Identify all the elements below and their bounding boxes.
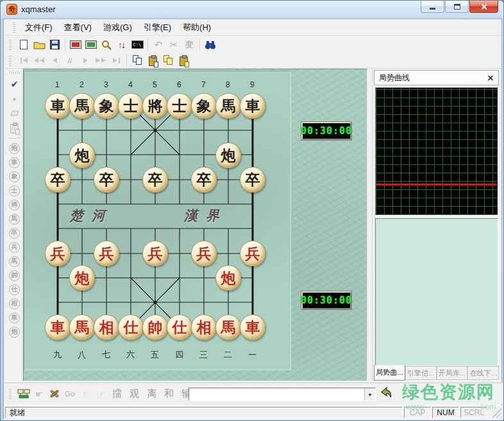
piece-士-file6-rank0[interactable]: 士 xyxy=(167,93,192,119)
piece-兵-file1-rank6[interactable]: 兵 xyxy=(45,241,71,266)
menu-help[interactable]: 帮助(H) xyxy=(177,20,217,35)
eraser-button[interactable] xyxy=(8,106,22,121)
piece-相-file3-rank9[interactable]: 相 xyxy=(94,314,119,340)
palette-piece-red-帥[interactable]: 帥 xyxy=(8,268,21,282)
game-label-1[interactable]: 观 xyxy=(130,388,139,400)
palette-piece-red-仕[interactable]: 仕 xyxy=(8,282,21,296)
tab-opening-book[interactable]: 开局库... xyxy=(437,366,468,380)
hand-right-button[interactable]: ☞ xyxy=(93,387,108,401)
palette-piece-black-將[interactable]: 將 xyxy=(8,198,21,212)
nav-first-button[interactable] xyxy=(16,53,31,67)
zoom-button[interactable] xyxy=(99,38,114,52)
hand-button[interactable]: ☛ xyxy=(31,387,47,401)
piece-炮-file8-rank2[interactable]: 炮 xyxy=(215,142,241,168)
nav-last-button[interactable] xyxy=(108,53,124,67)
toolbar-grip[interactable] xyxy=(9,55,12,66)
board-view-green-button[interactable] xyxy=(83,38,99,52)
mark-dot-button[interactable]: ● xyxy=(8,91,22,106)
piece-車-file9-rank9[interactable]: 車 xyxy=(240,314,265,340)
piece-兵-file9-rank6[interactable]: 兵 xyxy=(240,241,265,266)
copy-moves-button[interactable] xyxy=(160,53,176,67)
change-side-button[interactable]: 变 xyxy=(181,38,197,52)
piece-兵-file3-rank6[interactable]: 兵 xyxy=(94,241,119,266)
move-list-combobox[interactable]: ▾ xyxy=(189,388,376,401)
tab-situation-curve[interactable]: 局势曲... xyxy=(374,365,405,381)
palette-piece-black-車[interactable]: 車 xyxy=(8,155,21,169)
piece-仕-file4-rank9[interactable]: 仕 xyxy=(118,314,144,340)
piece-帥-file5-rank9[interactable]: 帥 xyxy=(142,314,168,340)
engine-console-button[interactable]: C:\ xyxy=(130,38,145,52)
tab-engine-info[interactable]: 引擎信... xyxy=(405,366,437,380)
cut-button[interactable]: ✂ xyxy=(166,38,181,52)
title-bar[interactable]: 奇 xqmaster xyxy=(1,1,503,19)
piece-象-file3-rank0[interactable]: 象 xyxy=(94,93,119,119)
piece-相-file7-rank9[interactable]: 相 xyxy=(191,314,217,340)
board-view-red-button[interactable] xyxy=(68,38,83,52)
piece-仕-file6-rank9[interactable]: 仕 xyxy=(167,314,192,340)
palette-piece-red-相[interactable]: 相 xyxy=(8,296,21,311)
copy-position-button[interactable] xyxy=(130,53,145,67)
piece-炮-file2-rank2[interactable]: 炮 xyxy=(69,142,95,168)
save-button[interactable] xyxy=(47,38,62,52)
piece-卒-file3-rank3[interactable]: 卒 xyxy=(94,167,119,193)
piece-士-file4-rank0[interactable]: 士 xyxy=(118,93,144,119)
combo-dropdown-button[interactable]: ▾ xyxy=(364,388,375,400)
piece-兵-file5-rank6[interactable]: 兵 xyxy=(142,241,168,266)
piece-卒-file7-rank3[interactable]: 卒 xyxy=(191,167,217,193)
piece-炮-file8-rank7[interactable]: 炮 xyxy=(215,265,241,291)
menu-view[interactable]: 查看(V) xyxy=(58,20,97,35)
piece-馬-file8-rank9[interactable]: 馬 xyxy=(215,314,241,340)
annotate-check-button[interactable]: ✔ xyxy=(8,76,22,91)
palette-piece-red-炮[interactable]: 炮 xyxy=(8,325,21,339)
resize-grip[interactable] xyxy=(492,408,501,418)
panel-close-button[interactable] xyxy=(488,75,494,81)
piece-馬-file2-rank0[interactable]: 馬 xyxy=(69,93,95,119)
piece-馬-file8-rank0[interactable]: 馬 xyxy=(215,93,241,119)
piece-將-file5-rank0[interactable]: 將 xyxy=(142,93,168,119)
minimize-button[interactable] xyxy=(421,1,444,13)
menu-game[interactable]: 游戏(G) xyxy=(97,20,138,35)
nav-fast-forward-button[interactable] xyxy=(93,53,108,67)
tab-online-play[interactable]: 在线下... xyxy=(467,366,499,380)
palette-piece-red-馬[interactable]: 馬 xyxy=(8,254,21,268)
game-label-0[interactable]: 擂 xyxy=(112,388,122,400)
menu-engine[interactable]: 引擎(E) xyxy=(138,20,177,35)
open-file-button[interactable] xyxy=(31,38,47,52)
piece-馬-file2-rank9[interactable]: 馬 xyxy=(69,314,95,340)
piece-車-file9-rank0[interactable]: 車 xyxy=(240,93,265,119)
piece-象-file7-rank0[interactable]: 象 xyxy=(191,93,217,119)
find-button[interactable] xyxy=(203,38,218,52)
palette-piece-black-士[interactable]: 士 xyxy=(8,184,21,198)
menu-file[interactable]: 文件(F) xyxy=(19,20,58,35)
piece-炮-file2-rank7[interactable]: 炮 xyxy=(69,265,95,291)
nav-move-number-button[interactable]: # xyxy=(62,53,78,67)
panel-splitter[interactable] xyxy=(367,69,372,381)
close-button[interactable] xyxy=(469,1,498,13)
palette-piece-black-炮[interactable]: 炮 xyxy=(8,141,21,155)
piece-車-file1-rank0[interactable]: 車 xyxy=(45,93,71,119)
palette-piece-black-象[interactable]: 象 xyxy=(8,169,21,184)
paste-moves-button[interactable] xyxy=(176,53,191,67)
piece-卒-file9-rank3[interactable]: 卒 xyxy=(240,167,265,193)
toolbar-grip[interactable] xyxy=(9,388,12,399)
takeback-button[interactable] xyxy=(380,386,392,402)
new-file-button[interactable] xyxy=(16,38,31,52)
game-label-3[interactable]: 和 xyxy=(164,388,174,400)
toolbar-grip[interactable] xyxy=(9,39,12,50)
nav-back-button[interactable] xyxy=(47,53,62,67)
piece-卒-file1-rank3[interactable]: 卒 xyxy=(45,167,71,193)
palette-piece-red-車[interactable]: 車 xyxy=(8,311,21,325)
move-arrows-button[interactable]: ↑↓ xyxy=(114,38,130,52)
game-label-2[interactable]: 离 xyxy=(147,388,156,400)
go-button[interactable]: Go xyxy=(62,387,78,401)
piece-車-file1-rank9[interactable]: 車 xyxy=(45,314,71,340)
settings-tools-button[interactable] xyxy=(47,387,62,401)
palette-piece-red-兵[interactable]: 兵 xyxy=(8,240,21,254)
nav-forward-button[interactable] xyxy=(78,53,93,67)
piece-兵-file7-rank6[interactable]: 兵 xyxy=(191,241,217,266)
hand-left-button[interactable]: ☜ xyxy=(78,387,93,401)
clipboard-button[interactable] xyxy=(8,121,22,135)
paste-position-button[interactable] xyxy=(145,53,160,67)
palette-piece-black-卒[interactable]: 卒 xyxy=(8,226,21,240)
undo-button[interactable]: ↶ xyxy=(151,38,166,52)
